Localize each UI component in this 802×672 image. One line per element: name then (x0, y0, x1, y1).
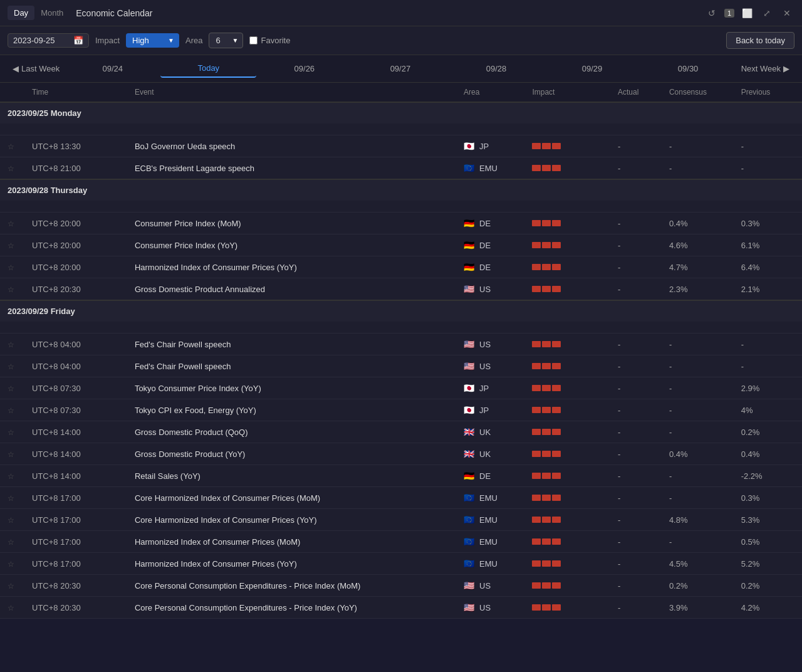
star-icon[interactable]: ☆ (8, 428, 14, 437)
week-day-tab[interactable]: 09/26 (256, 60, 352, 77)
table-row[interactable]: ☆UTC+8 20:30Gross Domestic Product Annua… (0, 278, 802, 301)
country-flag: 🇪🇺 (464, 515, 474, 525)
area-label: Area (185, 36, 202, 45)
table-row[interactable]: ☆UTC+8 13:30BoJ Governor Ueda speech🇯🇵JP… (0, 135, 802, 157)
impact-bar-1 (532, 165, 541, 171)
star-icon[interactable]: ☆ (8, 362, 14, 371)
next-week-button[interactable]: Next Week ▶ (736, 61, 794, 76)
row-actual: - (610, 234, 662, 256)
star-icon[interactable]: ☆ (8, 164, 14, 173)
impact-bar-3 (552, 385, 561, 391)
star-icon[interactable]: ☆ (8, 604, 14, 612)
week-day-tab[interactable]: 09/30 (640, 60, 736, 77)
row-event: Core Personal Consumption Expenditures -… (127, 575, 456, 597)
impact-select[interactable]: High Medium Low (126, 33, 179, 48)
star-icon[interactable]: ☆ (8, 560, 14, 569)
table-row[interactable]: ☆UTC+8 20:00Consumer Price Index (YoY)🇩🇪… (0, 234, 802, 256)
tab-day[interactable]: Day (8, 6, 34, 20)
row-consensus: 2.3% (662, 278, 734, 301)
star-icon[interactable]: ☆ (8, 516, 14, 525)
star-icon[interactable]: ☆ (8, 241, 14, 250)
calendar-icon[interactable]: 📅 (73, 36, 83, 45)
star-icon[interactable]: ☆ (8, 285, 14, 294)
row-consensus: 0.2% (662, 575, 734, 597)
row-previous: 5.3% (734, 509, 802, 531)
star-icon[interactable]: ☆ (8, 538, 14, 547)
star-icon[interactable]: ☆ (8, 494, 14, 503)
row-area: 🇩🇪DE (456, 465, 524, 487)
table-row[interactable]: ☆UTC+8 20:00Harmonized Index of Consumer… (0, 256, 802, 278)
country-flag: 🇯🇵 (464, 405, 474, 415)
favorite-checkbox[interactable] (249, 36, 258, 45)
area-select[interactable]: 6 All (209, 33, 243, 48)
table-row[interactable]: ☆UTC+8 14:00Gross Domestic Product (QoQ)… (0, 421, 802, 443)
row-area: 🇪🇺EMU (456, 487, 524, 509)
row-consensus: - (662, 355, 734, 377)
table-row[interactable]: ☆UTC+8 07:30Tokyo CPI ex Food, Energy (Y… (0, 399, 802, 421)
last-week-button[interactable]: ◀ Last Week (8, 61, 65, 76)
impact-bar-3 (552, 286, 561, 292)
layout-button[interactable]: ⬜ (739, 6, 754, 21)
table-row[interactable]: ☆UTC+8 07:30Tokyo Consumer Price Index (… (0, 377, 802, 399)
table-row[interactable]: ☆UTC+8 17:00Core Harmonized Index of Con… (0, 487, 802, 509)
star-icon[interactable]: ☆ (8, 406, 14, 415)
impact-bar-1 (532, 560, 541, 567)
row-time: UTC+8 04:00 (24, 333, 127, 355)
table-row[interactable]: ☆UTC+8 04:00Fed's Chair Powell speech🇺🇸U… (0, 355, 802, 377)
impact-bars (532, 385, 603, 391)
row-previous: - (734, 135, 802, 157)
back-to-today-button[interactable]: Back to today (726, 32, 794, 49)
star-icon[interactable]: ☆ (8, 384, 14, 393)
week-day-tab[interactable]: 09/27 (352, 60, 448, 77)
week-nav: ◀ Last Week 09/24Today09/2609/2709/2809/… (0, 55, 802, 83)
table-row[interactable]: ☆UTC+8 14:00Gross Domestic Product (YoY)… (0, 443, 802, 465)
row-event: Retail Sales (YoY) (127, 465, 456, 487)
col-time: Time (24, 83, 127, 102)
tab-month[interactable]: Month (34, 6, 70, 20)
col-actual: Actual (610, 83, 662, 102)
week-day-tab[interactable]: Today (160, 60, 256, 78)
star-icon[interactable]: ☆ (8, 582, 14, 591)
date-input-wrap: 📅 (8, 33, 89, 48)
table-row[interactable]: ☆UTC+8 17:00Harmonized Index of Consumer… (0, 531, 802, 553)
row-impact (524, 135, 610, 157)
table-row[interactable]: ☆UTC+8 21:00ECB's President Lagarde spee… (0, 157, 802, 180)
week-day-tab[interactable]: 09/28 (448, 60, 544, 77)
row-consensus: - (662, 531, 734, 553)
week-day-tab[interactable]: 09/24 (65, 60, 160, 77)
impact-bar-3 (552, 363, 561, 369)
star-icon[interactable]: ☆ (8, 472, 14, 481)
impact-bars (532, 286, 603, 292)
expand-button[interactable]: ⤢ (759, 6, 774, 21)
row-area: 🇺🇸US (456, 333, 524, 355)
star-icon[interactable]: ☆ (8, 340, 14, 349)
week-day-tab[interactable]: 09/29 (544, 60, 640, 77)
table-row[interactable]: ☆UTC+8 20:30Core Personal Consumption Ex… (0, 597, 802, 619)
area-code: DE (479, 471, 491, 481)
row-consensus: 4.5% (662, 553, 734, 575)
star-icon[interactable]: ☆ (8, 263, 14, 272)
row-consensus: 4.7% (662, 256, 734, 278)
close-button[interactable]: ✕ (779, 6, 794, 21)
row-time: UTC+8 17:00 (24, 531, 127, 553)
row-previous: - (734, 157, 802, 180)
row-event: Tokyo CPI ex Food, Energy (YoY) (127, 399, 456, 421)
star-icon[interactable]: ☆ (8, 219, 14, 228)
favorite-label[interactable]: Favorite (261, 36, 290, 45)
table-row[interactable]: ☆UTC+8 20:00Consumer Price Index (MoM)🇩🇪… (0, 213, 802, 234)
impact-bar-1 (532, 604, 541, 611)
table-row[interactable]: ☆UTC+8 17:00Core Harmonized Index of Con… (0, 509, 802, 531)
star-icon[interactable]: ☆ (8, 450, 14, 459)
table-row[interactable]: ☆UTC+8 14:00Retail Sales (YoY)🇩🇪DE---2.2… (0, 465, 802, 487)
impact-bar-2 (542, 385, 551, 391)
row-previous: 0.2% (734, 575, 802, 597)
top-icons: ↺ 1 ⬜ ⤢ ✕ (704, 6, 794, 21)
row-consensus: 0.4% (662, 213, 734, 234)
refresh-button[interactable]: ↺ (704, 6, 719, 21)
table-row[interactable]: ☆UTC+8 04:00Fed's Chair Powell speech🇺🇸U… (0, 333, 802, 355)
date-input[interactable] (13, 36, 70, 45)
table-row[interactable]: ☆UTC+8 20:30Core Personal Consumption Ex… (0, 575, 802, 597)
star-icon[interactable]: ☆ (8, 142, 14, 151)
table-row[interactable]: ☆UTC+8 17:00Harmonized Index of Consumer… (0, 553, 802, 575)
row-event: ECB's President Lagarde speech (127, 157, 456, 180)
